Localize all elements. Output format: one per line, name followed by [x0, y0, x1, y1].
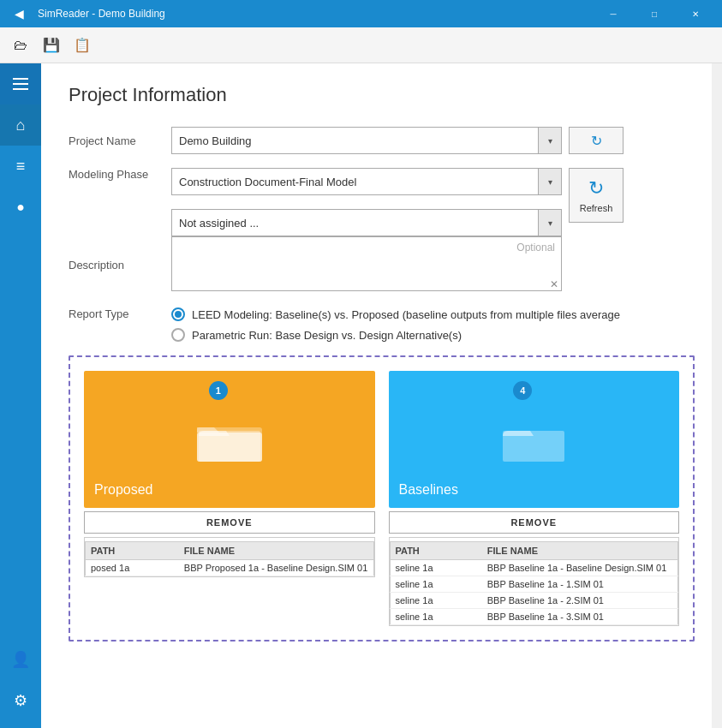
- cell-path: seline 1a: [390, 560, 482, 576]
- cell-filename: BBP Baseline 1a - 3.SIM 01: [482, 609, 678, 625]
- hamburger-icon: [13, 78, 28, 90]
- proposed-remove-button[interactable]: REMOVE: [84, 511, 375, 534]
- baselines-remove-button[interactable]: REMOVE: [389, 511, 680, 534]
- content-area: Project Information Project Name Demo Bu…: [41, 63, 722, 728]
- saveas-icon: 📋: [74, 37, 91, 53]
- table-row: seline 1aBBP Baseline 1a - 3.SIM 01: [390, 609, 678, 625]
- project-name-label: Project Name: [69, 134, 171, 147]
- client-name-wrapper: Not assigined ... ▾: [171, 209, 562, 236]
- proposed-card: 1 Proposed: [84, 371, 375, 508]
- person-icon: ●: [16, 200, 25, 215]
- back-icon: ◀: [15, 7, 24, 21]
- radio-parametric[interactable]: Parametric Run: Base Design vs. Design A…: [171, 328, 620, 342]
- project-name-row: Project Name Demo Building ▾ ↻: [69, 127, 695, 154]
- profile-icon: 👤: [11, 650, 30, 669]
- modeling-phase-label: Modeling Phase: [69, 168, 171, 181]
- back-button[interactable]: ◀: [7, 2, 31, 26]
- cell-filename: BBP Proposed 1a - Baseline Design.SIM 01: [179, 560, 373, 576]
- drop-area: 1 Proposed REMOVE: [69, 355, 695, 641]
- project-name-group: Demo Building ▾ ↻: [171, 127, 695, 154]
- sidebar-menu-button[interactable]: [0, 63, 41, 104]
- minimize-button[interactable]: ─: [594, 0, 633, 27]
- modeling-phase-group: Construction Document-Final Model ▾ Not …: [171, 168, 695, 236]
- app-layout: ⌂ ≡ ● 👤 ⚙ Project Information Project Na…: [0, 63, 722, 728]
- cell-filename: BBP Baseline 1a - 2.SIM 01: [482, 593, 678, 609]
- proposed-folder-icon: [195, 412, 264, 467]
- description-group: Optional ✕: [171, 236, 695, 294]
- scrollbar[interactable]: [712, 63, 722, 728]
- sidebar-item-list[interactable]: ≡: [0, 146, 41, 187]
- proposed-panel: 1 Proposed REMOVE: [84, 371, 375, 626]
- modeling-phase-wrapper: Construction Document-Final Model ▾: [171, 168, 562, 195]
- description-wrapper: Optional ✕: [171, 236, 562, 294]
- table-row: seline 1aBBP Baseline 1a - 1.SIM 01: [390, 576, 678, 593]
- radio-leed-circle: [171, 307, 185, 321]
- list-icon: ≡: [16, 158, 26, 176]
- proposed-label: Proposed: [94, 482, 153, 498]
- baselines-col-path: PATH: [390, 542, 482, 560]
- sidebar: ⌂ ≡ ● 👤 ⚙: [0, 63, 41, 728]
- proposed-table: PATH FILE NAME posed 1aBBP Proposed 1a -…: [85, 541, 374, 576]
- radio-leed[interactable]: LEED Modeling: Baseline(s) vs. Proposed …: [171, 307, 620, 321]
- baselines-panel: 4 Baselines REMOVE PATH: [389, 371, 680, 626]
- radio-parametric-circle: [171, 328, 185, 342]
- baselines-card: 4 Baselines: [389, 371, 680, 508]
- baselines-table-wrapper: PATH FILE NAME seline 1aBBP Baseline 1a …: [389, 537, 680, 626]
- description-textarea[interactable]: [171, 236, 562, 291]
- refresh-small-icon: ↻: [591, 133, 602, 149]
- cell-path: seline 1a: [390, 576, 482, 593]
- page-title: Project Information: [69, 84, 695, 106]
- report-type-options: LEED Modeling: Baseline(s) vs. Proposed …: [171, 307, 620, 342]
- table-row: seline 1aBBP Baseline 1a - Baseline Desi…: [390, 560, 678, 576]
- sidebar-bottom: 👤 ⚙: [0, 639, 41, 728]
- save-icon: 💾: [43, 37, 60, 53]
- settings-icon: ⚙: [14, 691, 27, 710]
- project-name-select[interactable]: Demo Building: [171, 127, 562, 154]
- proposed-col-filename: FILE NAME: [179, 542, 373, 560]
- cell-filename: BBP Baseline 1a - Baseline Design.SIM 01: [482, 560, 678, 576]
- baselines-badge: 4: [513, 381, 532, 400]
- report-type-row: Report Type LEED Modeling: Baseline(s) v…: [69, 307, 695, 342]
- sidebar-item-home[interactable]: ⌂: [0, 104, 41, 146]
- description-row: Description Optional ✕: [69, 236, 695, 294]
- home-icon: ⌂: [16, 116, 26, 134]
- baselines-folder-icon: [499, 412, 568, 467]
- refresh-label: Refresh: [580, 203, 613, 213]
- modeling-phase-select[interactable]: Construction Document-Final Model: [171, 168, 562, 195]
- sidebar-item-settings[interactable]: ⚙: [0, 680, 41, 721]
- baselines-table-scroll[interactable]: PATH FILE NAME seline 1aBBP Baseline 1a …: [390, 538, 679, 625]
- proposed-table-wrapper: PATH FILE NAME posed 1aBBP Proposed 1a -…: [84, 537, 375, 577]
- titlebar: ◀ SimReader - Demo Building ─ □ ✕: [0, 0, 722, 27]
- refresh-button[interactable]: ↻ Refresh: [569, 168, 624, 223]
- description-clear-button[interactable]: ✕: [550, 278, 558, 290]
- sidebar-item-profile[interactable]: 👤: [0, 639, 41, 680]
- radio-parametric-label: Parametric Run: Base Design vs. Design A…: [192, 329, 462, 342]
- client-name-select[interactable]: Not assigined ...: [171, 209, 562, 236]
- baselines-label: Baselines: [399, 482, 458, 498]
- table-row: seline 1aBBP Baseline 1a - 2.SIM 01: [390, 593, 678, 609]
- project-refresh-button[interactable]: ↻: [569, 127, 624, 154]
- baselines-table: PATH FILE NAME seline 1aBBP Baseline 1a …: [390, 541, 679, 625]
- table-row: posed 1aBBP Proposed 1a - Baseline Desig…: [86, 560, 374, 576]
- proposed-table-scroll[interactable]: PATH FILE NAME posed 1aBBP Proposed 1a -…: [85, 538, 374, 576]
- cell-filename: BBP Baseline 1a - 1.SIM 01: [482, 576, 678, 593]
- cell-path: posed 1a: [86, 560, 179, 576]
- proposed-col-path: PATH: [86, 542, 179, 560]
- close-button[interactable]: ✕: [676, 0, 715, 27]
- saveas-button[interactable]: 📋: [69, 32, 96, 59]
- refresh-large-icon: ↻: [588, 177, 604, 200]
- proposed-badge: 1: [209, 381, 228, 400]
- window-controls: ─ □ ✕: [594, 0, 715, 27]
- baselines-col-filename: FILE NAME: [482, 542, 678, 560]
- titlebar-title: SimReader - Demo Building: [38, 8, 587, 20]
- toolbar: 🗁 💾 📋: [0, 27, 722, 63]
- modeling-phase-row: Modeling Phase Construction Document-Fin…: [69, 168, 695, 236]
- save-button[interactable]: 💾: [38, 32, 65, 59]
- radio-leed-label: LEED Modeling: Baseline(s) vs. Proposed …: [192, 308, 620, 321]
- cell-path: seline 1a: [390, 609, 482, 625]
- project-name-wrapper: Demo Building ▾: [171, 127, 562, 154]
- maximize-button[interactable]: □: [635, 0, 674, 27]
- open-icon: 🗁: [14, 38, 27, 53]
- open-button[interactable]: 🗁: [7, 32, 34, 59]
- sidebar-item-person[interactable]: ●: [0, 187, 41, 228]
